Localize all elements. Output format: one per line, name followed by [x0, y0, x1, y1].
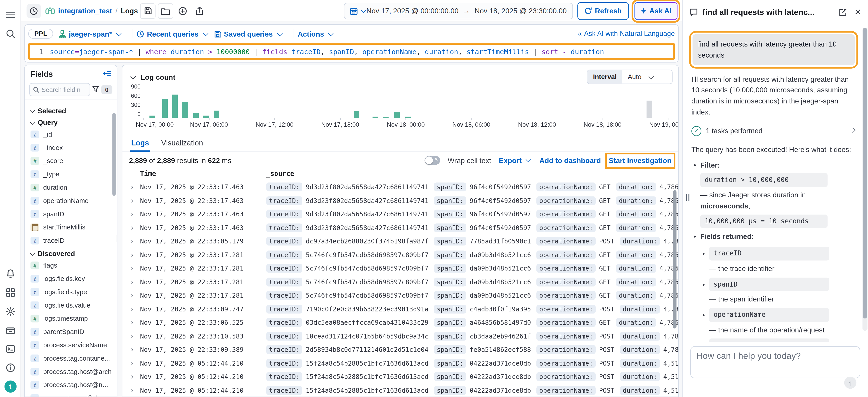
- histogram-bar[interactable]: [149, 116, 155, 118]
- fields-search-input[interactable]: Search field n: [29, 83, 90, 96]
- menu-icon[interactable]: [4, 9, 16, 21]
- expand-row-icon[interactable]: ›: [129, 359, 140, 367]
- notifications-bell-icon[interactable]: [4, 268, 16, 280]
- field-item[interactable]: tprocess.tag.container@id: [31, 355, 112, 362]
- start-investigation-button[interactable]: Start Investigation: [609, 156, 672, 165]
- table-row[interactable]: ›Nov 17, 2025 @ 22:33:17.281traceID:5c74…: [129, 262, 678, 275]
- chart-plot-area[interactable]: 0300600900Nov 17, 00:00Nov 17, 06:00Nov …: [143, 91, 668, 118]
- histogram-bar[interactable]: [394, 112, 400, 118]
- field-item[interactable]: tlogs.fields.key: [31, 275, 112, 283]
- table-row[interactable]: ›Nov 17, 2025 @ 22:33:17.463traceID:9d3d…: [129, 221, 678, 234]
- history-clock-icon[interactable]: [27, 4, 41, 18]
- ask-ai-button[interactable]: ✦ Ask AI: [634, 2, 678, 20]
- chat-scrollbar[interactable]: [863, 28, 868, 331]
- field-item[interactable]: tprocess.tag.host@name: [31, 381, 112, 389]
- close-icon[interactable]: ✕: [855, 7, 862, 17]
- open-folder-icon[interactable]: [158, 3, 174, 19]
- export-menu[interactable]: Export: [499, 156, 532, 165]
- field-group-discovered[interactable]: Discovered: [31, 250, 112, 258]
- settings-gear-icon[interactable]: [4, 305, 16, 318]
- share-icon[interactable]: [192, 4, 207, 18]
- expand-row-icon[interactable]: ›: [129, 237, 140, 245]
- field-item[interactable]: tprocess.tag.host@arch: [31, 368, 112, 375]
- field-item[interactable]: tprocess.serviceName: [31, 341, 112, 349]
- field-item[interactable]: #duration: [31, 184, 112, 191]
- search-icon[interactable]: [4, 28, 16, 40]
- table-row[interactable]: ›Nov 17, 2025 @ 22:33:09.389traceID:2d58…: [129, 343, 678, 356]
- table-row[interactable]: ›Nov 17, 2025 @ 22:33:10.583traceID:10ce…: [129, 329, 678, 343]
- interval-control[interactable]: Interval Auto: [587, 70, 673, 84]
- table-row[interactable]: ›Nov 17, 2025 @ 05:12:44.210traceID:15f2…: [129, 356, 678, 370]
- table-row[interactable]: ›Nov 17, 2025 @ 22:33:17.463traceID:9d3d…: [129, 194, 678, 207]
- actions-menu[interactable]: Actions: [298, 30, 334, 38]
- table-row[interactable]: ›Nov 17, 2025 @ 22:33:17.463traceID:9d3d…: [129, 180, 678, 194]
- field-item[interactable]: tspanID: [31, 210, 112, 218]
- field-item[interactable]: tparentSpanID: [31, 328, 112, 336]
- wrap-text-toggle[interactable]: ✕: [425, 156, 440, 165]
- info-icon[interactable]: [4, 362, 16, 374]
- expand-row-icon[interactable]: ›: [129, 319, 140, 326]
- save-icon[interactable]: [140, 3, 156, 19]
- field-item[interactable]: toperationName: [31, 197, 112, 205]
- archive-box-icon[interactable]: [4, 324, 16, 336]
- expand-row-icon[interactable]: ›: [129, 251, 140, 259]
- expand-row-icon[interactable]: ›: [129, 210, 140, 218]
- ask-ai-natural-language-link[interactable]: « Ask AI with Natural Language: [578, 30, 675, 37]
- field-group-query[interactable]: Query: [31, 119, 112, 127]
- expand-row-icon[interactable]: ›: [129, 373, 140, 381]
- collapse-chart-icon[interactable]: [130, 74, 136, 79]
- histogram-bar[interactable]: [193, 113, 198, 118]
- table-row[interactable]: ›Nov 17, 2025 @ 05:12:44.210traceID:15f2…: [129, 370, 678, 384]
- expand-row-icon[interactable]: ›: [129, 305, 140, 313]
- table-row[interactable]: ›Nov 17, 2025 @ 22:33:05.179traceID:dc97…: [129, 234, 678, 248]
- new-item-icon[interactable]: [176, 4, 190, 18]
- tab-logs[interactable]: Logs: [130, 135, 150, 152]
- histogram-bar[interactable]: [182, 102, 188, 118]
- saved-queries-menu[interactable]: Saved queries: [214, 30, 283, 38]
- expand-row-icon[interactable]: ›: [129, 278, 140, 286]
- chat-input[interactable]: How can I help you today? ↑: [690, 346, 860, 378]
- field-item[interactable]: t_index: [31, 144, 112, 152]
- field-item[interactable]: ttraceID: [31, 237, 112, 244]
- expand-row-icon[interactable]: ›: [129, 292, 140, 299]
- expand-row-icon[interactable]: ›: [129, 197, 140, 204]
- refresh-button[interactable]: Refresh: [577, 2, 629, 20]
- query-text[interactable]: source=jaeger-span-* | where duration > …: [50, 47, 604, 56]
- add-to-dashboard-button[interactable]: Add to dashboard: [539, 156, 601, 165]
- histogram-bar[interactable]: [372, 117, 378, 118]
- field-group-selected[interactable]: Selected: [31, 107, 112, 115]
- send-button[interactable]: ↑: [844, 377, 857, 389]
- expand-row-icon[interactable]: ›: [129, 332, 140, 340]
- histogram-bar[interactable]: [354, 111, 359, 118]
- field-item[interactable]: tlogs.fields.type: [31, 288, 112, 296]
- table-row[interactable]: ›Nov 17, 2025 @ 22:33:17.463traceID:9d3d…: [129, 207, 678, 221]
- log-count-chart[interactable]: 0300600900Nov 17, 00:00Nov 17, 06:00Nov …: [128, 84, 672, 133]
- filter-funnel-icon[interactable]: [92, 86, 99, 94]
- expand-row-icon[interactable]: ›: [129, 224, 140, 231]
- tasks-performed-row[interactable]: ✓ 1 tasks performed: [691, 126, 856, 137]
- table-row[interactable]: ›Nov 17, 2025 @ 22:33:09.747traceID:7190…: [129, 302, 678, 316]
- expand-row-icon[interactable]: ›: [129, 264, 140, 272]
- histogram-bar[interactable]: [405, 117, 411, 118]
- panel-resize-handle[interactable]: ||: [116, 234, 118, 242]
- histogram-bar[interactable]: [214, 110, 219, 118]
- histogram-bar[interactable]: [203, 115, 209, 118]
- field-item[interactable]: #logs.timestamp: [31, 315, 112, 322]
- fields-scrollbar[interactable]: [112, 113, 116, 196]
- new-chat-edit-icon[interactable]: [839, 7, 848, 16]
- recent-queries-menu[interactable]: Recent queries: [137, 30, 209, 38]
- tab-visualization[interactable]: Visualization: [160, 135, 204, 152]
- table-row[interactable]: ›Nov 17, 2025 @ 22:33:06.525traceID:03dc…: [129, 316, 678, 329]
- devtools-icon[interactable]: [4, 343, 16, 355]
- histogram-bar[interactable]: [172, 94, 178, 118]
- datasource-selector[interactable]: jaeger-span*: [59, 30, 122, 38]
- date-range-picker[interactable]: Nov 17, 2025 @ 00:00:00.00→Nov 18, 2025 …: [344, 2, 573, 19]
- table-row[interactable]: ›Nov 17, 2025 @ 22:33:17.281traceID:5c74…: [129, 289, 678, 302]
- expand-row-icon[interactable]: ›: [129, 183, 140, 191]
- query-language-pill[interactable]: PPL: [28, 29, 53, 39]
- field-item[interactable]: t_type: [31, 170, 112, 178]
- field-item[interactable]: startTimeMillis: [31, 223, 112, 231]
- field-item[interactable]: #_score: [31, 157, 112, 165]
- collapse-panel-icon[interactable]: [103, 70, 112, 78]
- interval-select[interactable]: Auto: [622, 70, 672, 84]
